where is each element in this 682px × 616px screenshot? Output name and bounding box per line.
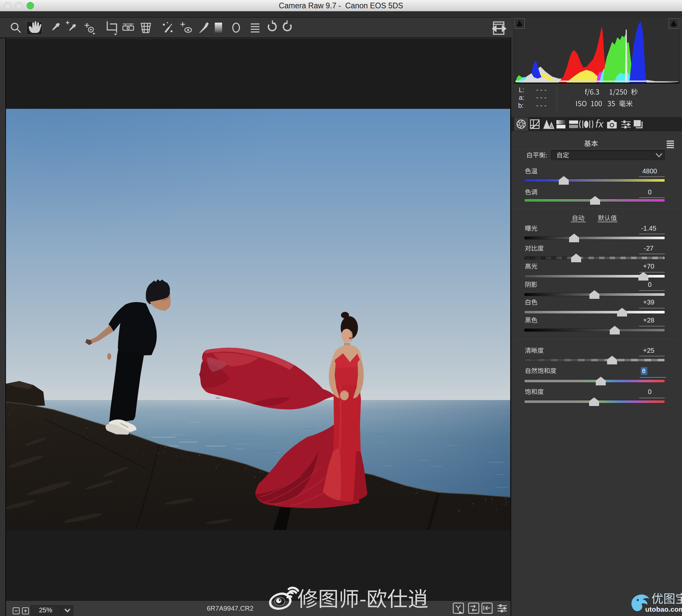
svg-text:utobao.com: utobao.com <box>645 606 682 613</box>
